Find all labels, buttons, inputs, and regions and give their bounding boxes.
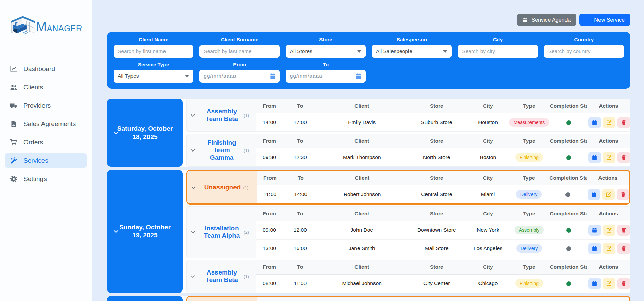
edit-button[interactable] <box>603 225 615 236</box>
cell-type: Finishing <box>509 148 550 166</box>
chevron-down-icon <box>443 50 447 53</box>
day-label: Saturday, October 18, 2025 <box>116 125 174 141</box>
schedule-button[interactable] <box>588 243 601 254</box>
day-header-sunday-october-19-2025[interactable]: Sunday, October 19, 2025 <box>107 170 183 293</box>
type-badge: Assembly <box>515 226 544 234</box>
filter-input-client-surname[interactable] <box>199 45 279 58</box>
schedule-button[interactable] <box>588 117 601 128</box>
team-header-assembly-team-beta[interactable]: Assembly Team Beta(1) <box>187 99 256 131</box>
type-badge: Delivery <box>516 244 542 253</box>
filter-select-service-type[interactable]: All Types <box>114 70 193 83</box>
column-header-store: Store <box>406 297 467 301</box>
team-header-installation-team-alpha[interactable]: Installation Team Alpha(2) <box>187 207 256 258</box>
team-count: (2) <box>244 230 249 235</box>
delete-button[interactable] <box>617 152 630 163</box>
service-table-wrap: FromToClientStoreCityTypeCompletion StaA… <box>257 297 629 301</box>
chevron-down-icon <box>190 229 196 235</box>
edit-icon <box>606 155 612 160</box>
chevron-down-icon <box>185 75 189 77</box>
column-header-client: Client <box>318 207 406 221</box>
filter-input-client-name[interactable] <box>114 45 193 58</box>
delete-button[interactable] <box>617 278 630 289</box>
cell-store: Mall Store <box>406 239 468 258</box>
sidebar-item-sales-agreements[interactable]: Sales Agreements <box>5 116 87 131</box>
cell-type: Delivery <box>509 239 550 258</box>
team-count: (1) <box>244 148 249 153</box>
column-header-from: From <box>256 134 282 148</box>
filter-input-country[interactable] <box>544 45 624 58</box>
cell-store: Suburb Store <box>406 113 468 131</box>
service-table-wrap: FromToClientStoreCityTypeCompletion StaA… <box>256 260 630 293</box>
cell-city: Los Angeles <box>468 239 509 258</box>
trash-icon <box>621 120 627 125</box>
schedule-button[interactable] <box>588 152 601 163</box>
delete-button[interactable] <box>617 117 630 128</box>
column-header-type: Type <box>508 297 550 301</box>
team-section-x: FromToClientStoreCityTypeCompletion StaA… <box>186 296 630 301</box>
cell-client: Mark Thompson <box>318 148 406 166</box>
new-service-button[interactable]: New Service <box>579 14 630 26</box>
sidebar-item-dashboard[interactable]: Dashboard <box>5 61 87 76</box>
sidebar-item-orders[interactable]: Orders <box>5 135 87 150</box>
sidebar-item-settings[interactable]: Settings <box>5 171 87 187</box>
column-header-to: To <box>282 99 318 113</box>
team-count: (1) <box>244 274 249 279</box>
team-header-assembly-team-beta[interactable]: Assembly Team Beta(1) <box>187 260 256 293</box>
cell-type: Finishing <box>509 274 550 293</box>
sidebar-item-providers[interactable]: Providers <box>5 98 87 113</box>
column-header-to: To <box>282 207 318 221</box>
cell-from: 08:00 <box>256 274 282 293</box>
schedule-button[interactable] <box>588 278 601 289</box>
delete-button[interactable] <box>617 243 630 254</box>
sidebar-item-services[interactable]: Services <box>5 153 87 168</box>
cell-to: 17:00 <box>282 113 318 131</box>
filter-input-city[interactable] <box>458 45 538 58</box>
schedule-button[interactable] <box>588 189 600 200</box>
team-header-x[interactable] <box>187 297 257 301</box>
cell-from: 09:30 <box>256 148 282 166</box>
sidebar-item-label: Settings <box>23 175 47 183</box>
service-agenda-button[interactable]: Serivice Agenda <box>517 14 577 26</box>
edit-button[interactable] <box>603 278 615 289</box>
edit-button[interactable] <box>603 117 615 128</box>
column-header-from: From <box>256 260 282 274</box>
team-name: Unassigned <box>204 183 241 191</box>
edit-button[interactable] <box>603 152 615 163</box>
team-section-unassigned: Unassigned(1)FromToClientStoreCityTypeCo… <box>186 170 630 205</box>
sidebar-item-clients[interactable]: Clients <box>5 79 87 95</box>
day-header-saturday-october-18-2025[interactable]: Saturday, October 18, 2025 <box>107 99 183 167</box>
column-header-city: City <box>468 207 509 221</box>
sidebar: MANAGER DashboardClientsProvidersSales A… <box>0 0 92 301</box>
select-value: All Stores <box>290 48 312 54</box>
column-header-actions: Actions <box>587 297 629 301</box>
cell-completion-status <box>550 274 587 293</box>
column-header-from: From <box>256 207 282 221</box>
delete-button[interactable] <box>617 225 630 236</box>
filter-select-store[interactable]: All Stores <box>286 45 366 58</box>
day-label: Sunday, October 19, 2025 <box>116 223 174 240</box>
filter-select-salesperson[interactable]: All Salespeople <box>372 45 452 58</box>
filter-date-from[interactable]: gg/mm/aaaa <box>199 70 279 83</box>
filter-label: Service Type <box>114 61 193 67</box>
schedule-button[interactable] <box>588 225 601 236</box>
edit-button[interactable] <box>602 189 615 200</box>
status-dot <box>566 120 571 125</box>
edit-button[interactable] <box>603 243 615 254</box>
cell-client: Jane Smith <box>318 239 406 258</box>
column-header-city: City <box>467 297 508 301</box>
sidebar-nav: DashboardClientsProvidersSales Agreement… <box>0 54 92 196</box>
team-header-unassigned[interactable]: Unassigned(1) <box>187 171 257 203</box>
column-header-client: Client <box>318 99 406 113</box>
filter-date-to[interactable]: gg/mm/aaaa <box>286 70 366 83</box>
column-header-city: City <box>467 171 508 185</box>
delete-button[interactable] <box>617 189 629 200</box>
filter-to: Togg/mm/aaaa <box>286 61 366 83</box>
chevron-down-icon <box>191 184 196 190</box>
edit-icon <box>606 281 612 286</box>
cell-completion-status <box>549 185 587 203</box>
sidebar-item-label: Dashboard <box>23 65 55 73</box>
team-header-finishing-team-gamma[interactable]: Finishing Team Gamma(1) <box>187 134 256 166</box>
day-header-x[interactable] <box>107 296 183 301</box>
column-header-client: Client <box>318 171 406 185</box>
calendar-icon <box>591 192 597 197</box>
